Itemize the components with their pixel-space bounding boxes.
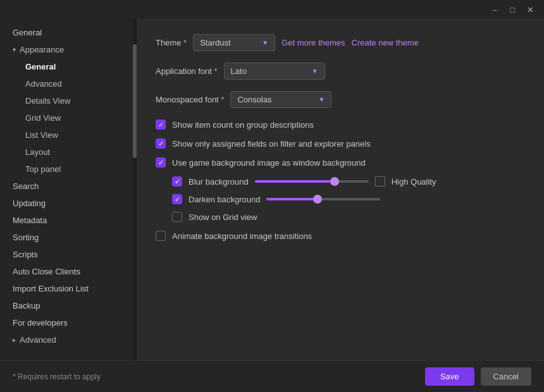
- app-font-dropdown-arrow: ▼: [312, 68, 318, 75]
- footer-buttons: Save Cancel: [425, 367, 531, 386]
- show-item-count-row: Show item count on group descriptions: [156, 119, 525, 130]
- sidebar-item-metadata[interactable]: Metadata: [0, 212, 133, 229]
- use-game-bg-label: Use game background image as window back…: [172, 158, 366, 168]
- sidebar-group-advanced-label: Advanced: [20, 335, 56, 345]
- show-grid-checkbox[interactable]: [172, 212, 182, 222]
- mono-font-dropdown-arrow: ▼: [319, 96, 325, 103]
- sidebar-group-appearance-label: Appearance: [20, 45, 64, 54]
- create-new-theme-button[interactable]: Create new theme: [352, 38, 419, 47]
- footer-note: * Requires restart to apply: [13, 372, 101, 381]
- title-bar: – □ ✕: [0, 0, 544, 19]
- sidebar-group-appearance[interactable]: ▾ Appearance: [0, 41, 133, 58]
- sidebar-item-appearance-grid[interactable]: Grid View: [0, 109, 133, 126]
- darken-bg-label: Darken background: [189, 195, 260, 204]
- sidebar-item-search[interactable]: Search: [0, 178, 133, 195]
- hq-label: High Quality: [392, 177, 436, 187]
- show-grid-row: Show on Grid view: [172, 212, 525, 222]
- blur-bg-slider-container: [255, 180, 369, 183]
- hq-checkbox[interactable]: [375, 176, 385, 187]
- sidebar: General ▾ Appearance General Advanced De…: [0, 19, 133, 360]
- darken-bg-row: Darken background: [172, 194, 525, 204]
- theme-required: *: [183, 38, 187, 47]
- minimize-button[interactable]: –: [486, 3, 504, 16]
- animate-bg-label: Animate background image transitions: [172, 231, 312, 241]
- mono-font-row: Monospaced font * Consolas ▼: [156, 91, 525, 108]
- blur-bg-slider-thumb[interactable]: [330, 177, 339, 186]
- mono-font-dropdown[interactable]: Consolas ▼: [230, 91, 331, 108]
- app-font-row: Application font * Lato ▼: [156, 63, 525, 80]
- blur-bg-slider-fill: [255, 180, 335, 183]
- sidebar-item-appearance-layout[interactable]: Layout: [0, 144, 133, 161]
- app-font-label: Application font *: [156, 66, 218, 76]
- blur-bg-row: Blur background High Quality: [172, 176, 525, 187]
- sidebar-item-for-developers[interactable]: For developers: [0, 314, 133, 331]
- sidebar-item-auto-close[interactable]: Auto Close Clients: [0, 263, 133, 280]
- app-font-required: *: [214, 66, 218, 76]
- sidebar-item-backup[interactable]: Backup: [0, 297, 133, 314]
- blur-bg-checkbox[interactable]: [172, 176, 182, 187]
- app-font-dropdown[interactable]: Lato ▼: [224, 63, 325, 80]
- show-assigned-fields-label: Show only assigned fields on filter and …: [172, 139, 371, 149]
- use-game-bg-checkbox[interactable]: [156, 157, 166, 168]
- mono-font-value: Consolas: [237, 95, 271, 104]
- sidebar-item-general[interactable]: General: [0, 24, 133, 41]
- show-grid-label: Show on Grid view: [189, 212, 257, 222]
- blur-bg-label: Blur background: [189, 177, 249, 187]
- darken-bg-slider-thumb[interactable]: [313, 195, 322, 204]
- theme-label: Theme *: [156, 38, 187, 47]
- sidebar-item-appearance-details[interactable]: Details View: [0, 92, 133, 109]
- chevron-down-icon: ▾: [13, 46, 16, 53]
- app-font-value: Lato: [231, 66, 247, 76]
- sidebar-item-scripts[interactable]: Scripts: [0, 246, 133, 263]
- darken-bg-checkbox[interactable]: [172, 194, 182, 204]
- darken-bg-slider-track[interactable]: [266, 198, 380, 200]
- cancel-button[interactable]: Cancel: [481, 367, 531, 386]
- footer: * Requires restart to apply Save Cancel: [0, 360, 544, 392]
- content-area: Theme * Stardust ▼ Get more themes Creat…: [137, 19, 544, 360]
- scroll-thumb[interactable]: [133, 44, 137, 158]
- sidebar-item-appearance-list[interactable]: List View: [0, 126, 133, 144]
- main-layout: General ▾ Appearance General Advanced De…: [0, 19, 544, 360]
- maximize-button[interactable]: □: [504, 3, 521, 16]
- use-game-bg-row: Use game background image as window back…: [156, 157, 525, 168]
- chevron-right-icon: ▸: [13, 336, 16, 343]
- sidebar-group-advanced[interactable]: ▸ Advanced: [0, 331, 133, 348]
- sub-options: Blur background High Quality Darken back…: [172, 176, 525, 222]
- scroll-track[interactable]: [133, 19, 137, 360]
- sidebar-item-appearance-top[interactable]: Top panel: [0, 161, 133, 178]
- theme-dropdown[interactable]: Stardust ▼: [193, 34, 275, 51]
- theme-row: Theme * Stardust ▼ Get more themes Creat…: [156, 34, 525, 51]
- animate-bg-row: Animate background image transitions: [156, 231, 525, 241]
- close-button[interactable]: ✕: [521, 3, 539, 16]
- show-assigned-fields-checkbox[interactable]: [156, 138, 166, 149]
- theme-value: Stardust: [200, 38, 230, 47]
- darken-bg-slider-fill: [266, 198, 318, 200]
- animate-bg-checkbox[interactable]: [156, 231, 166, 241]
- show-assigned-fields-row: Show only assigned fields on filter and …: [156, 138, 525, 149]
- sidebar-item-appearance-advanced[interactable]: Advanced: [0, 75, 133, 92]
- sidebar-item-sorting[interactable]: Sorting: [0, 229, 133, 246]
- sidebar-item-import-exclusion[interactable]: Import Exclusion List: [0, 280, 133, 297]
- sidebar-item-appearance-general[interactable]: General: [0, 58, 133, 75]
- save-button[interactable]: Save: [425, 367, 474, 386]
- blur-bg-slider-track[interactable]: [255, 180, 369, 183]
- mono-font-label: Monospaced font *: [156, 95, 224, 104]
- get-more-themes-button[interactable]: Get more themes: [281, 38, 345, 47]
- show-item-count-label: Show item count on group descriptions: [172, 120, 314, 130]
- mono-font-required: *: [221, 95, 224, 104]
- theme-dropdown-arrow: ▼: [262, 39, 268, 46]
- darken-bg-slider-container: [266, 198, 380, 200]
- show-item-count-checkbox[interactable]: [156, 119, 166, 130]
- sidebar-item-updating[interactable]: Updating: [0, 195, 133, 212]
